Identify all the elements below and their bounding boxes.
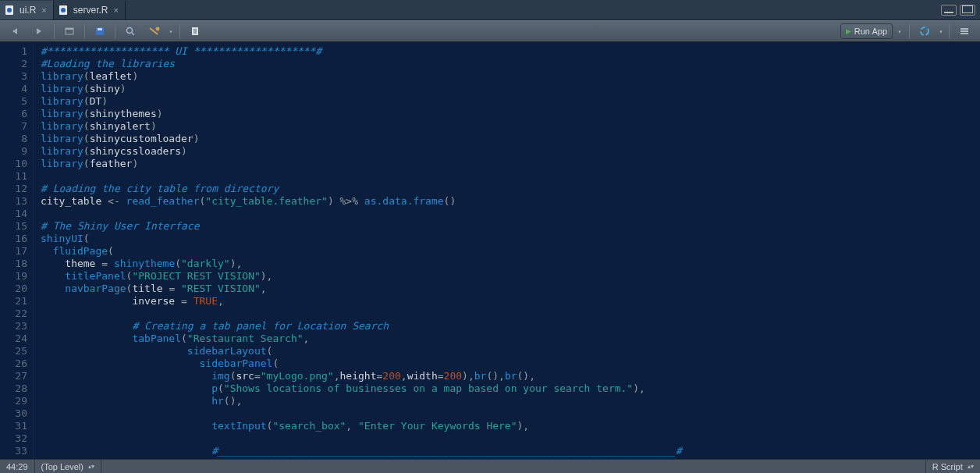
- toolbar-separator: [909, 24, 910, 38]
- toolbar-separator: [949, 24, 950, 38]
- line-gutter: 1234567891011121314151617181920212223242…: [0, 42, 34, 459]
- nav-forward-button[interactable]: [28, 23, 50, 39]
- svg-point-8: [127, 28, 133, 34]
- editor-tabs: ui.R × server.R ×: [0, 0, 980, 20]
- window-controls: [941, 5, 980, 16]
- run-app-label: Run App: [854, 27, 887, 36]
- tab-server-r[interactable]: server.R ×: [54, 1, 126, 20]
- compile-report-button[interactable]: [184, 23, 206, 39]
- tab-label: server.R: [73, 5, 108, 16]
- save-button[interactable]: [89, 23, 111, 39]
- svg-point-16: [921, 27, 929, 35]
- tab-ui-r[interactable]: ui.R ×: [0, 1, 54, 20]
- status-bar: 44:29 (Top Level) ▴▾ R Script ▴▾: [0, 459, 980, 473]
- tab-label: ui.R: [20, 5, 36, 16]
- scope-selector[interactable]: (Top Level) ▴▾: [35, 460, 102, 473]
- editor-toolbar: ▾ ▶ Run App ▾ ▾: [0, 20, 980, 42]
- svg-point-11: [156, 27, 160, 31]
- toolbar-separator: [179, 24, 180, 38]
- code-editor[interactable]: 1234567891011121314151617181920212223242…: [0, 42, 980, 459]
- toolbar-separator: [54, 24, 55, 38]
- svg-rect-5: [66, 28, 73, 30]
- publish-dropdown[interactable]: ▾: [937, 23, 945, 39]
- tab-close-icon[interactable]: ×: [41, 5, 46, 15]
- cursor-position: 44:29: [0, 460, 35, 473]
- play-icon: ▶: [846, 27, 851, 35]
- run-app-dropdown[interactable]: ▾: [894, 23, 905, 39]
- publish-button[interactable]: [914, 23, 936, 39]
- show-in-new-window-button[interactable]: [59, 23, 80, 39]
- toolbar-separator: [84, 24, 85, 38]
- outline-button[interactable]: [953, 23, 975, 39]
- file-type-selector[interactable]: R Script ▴▾: [925, 460, 980, 473]
- tab-close-icon[interactable]: ×: [113, 5, 118, 15]
- r-file-icon: [5, 5, 16, 16]
- minimize-pane-icon[interactable]: [941, 5, 957, 16]
- code-tools-dropdown[interactable]: ▾: [166, 23, 176, 39]
- find-button[interactable]: [119, 23, 141, 39]
- code-tools-button[interactable]: [143, 23, 165, 39]
- svg-point-3: [61, 8, 66, 12]
- toolbar-separator: [115, 24, 115, 38]
- svg-line-9: [132, 33, 134, 35]
- maximize-pane-icon[interactable]: [960, 5, 975, 16]
- svg-point-1: [7, 8, 12, 12]
- run-app-button[interactable]: ▶ Run App: [840, 23, 893, 39]
- svg-rect-7: [98, 28, 102, 30]
- nav-back-button[interactable]: [5, 23, 27, 39]
- r-file-icon: [59, 5, 69, 16]
- code-area[interactable]: #******************** UI ***************…: [34, 42, 980, 459]
